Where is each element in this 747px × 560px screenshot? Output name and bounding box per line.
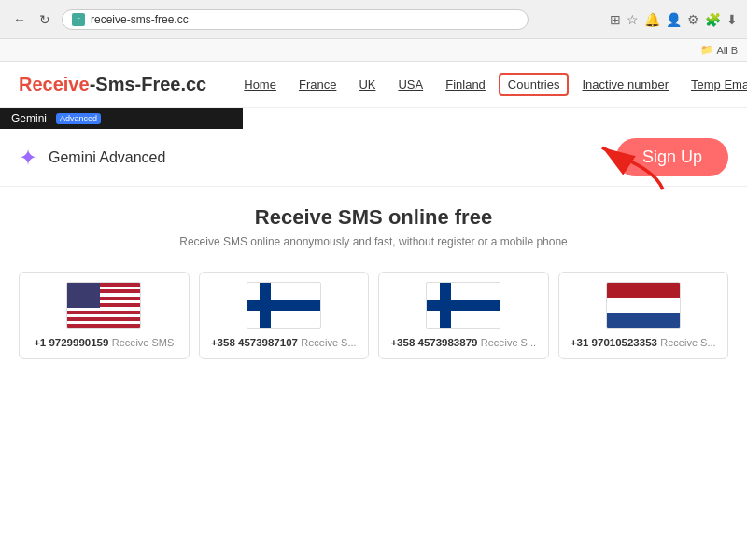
phone-number-nl: +31 97010523353 Receive S... bbox=[571, 336, 716, 349]
nav-france[interactable]: France bbox=[289, 73, 345, 96]
hero-subtitle: Receive SMS online anonymously and fast,… bbox=[19, 235, 728, 248]
logo-black: -Sms-Free.cc bbox=[90, 74, 207, 94]
nav-usa[interactable]: USA bbox=[388, 73, 432, 96]
browser-nav-buttons: ← ↻ bbox=[9, 10, 54, 29]
flag-fi-2 bbox=[426, 282, 500, 329]
bookmarks-folder[interactable]: 📁 All B bbox=[700, 44, 738, 56]
translate-icon[interactable]: ⊞ bbox=[610, 12, 621, 27]
profile-icon[interactable]: 👤 bbox=[666, 12, 682, 27]
url-text: receive-sms-free.cc bbox=[91, 13, 189, 26]
extension-icon[interactable]: 🧩 bbox=[705, 12, 721, 27]
download-icon[interactable]: ⬇ bbox=[726, 12, 738, 27]
hero-title: Receive SMS online free bbox=[19, 205, 728, 230]
favicon: r bbox=[72, 13, 85, 26]
gemini-tag: Advanced bbox=[56, 113, 101, 124]
phone-card-fi-2[interactable]: +358 4573983879 Receive S... bbox=[378, 272, 549, 359]
flag-nl bbox=[606, 282, 681, 329]
refresh-button[interactable]: ↻ bbox=[35, 10, 54, 29]
nav-finland[interactable]: Finland bbox=[436, 73, 495, 96]
gemini-ad: ✦ Gemini Advanced Sign Up bbox=[0, 129, 747, 187]
logo-red: Receive bbox=[19, 74, 90, 94]
phone-number-us: +1 9729990159 Receive SMS bbox=[34, 336, 174, 349]
phone-cards-container: +1 9729990159 Receive SMS +358 457398710… bbox=[0, 258, 747, 373]
site-logo: Receive-Sms-Free.cc bbox=[19, 74, 206, 95]
flag-fi-1 bbox=[247, 282, 321, 329]
phone-card-fi-1[interactable]: +358 4573987107 Receive S... bbox=[199, 272, 370, 359]
settings-icon[interactable]: ⚙ bbox=[687, 12, 699, 27]
gemini-ad-left: ✦ Gemini Advanced bbox=[19, 145, 165, 171]
nav-menu: Home France UK USA Finland Countries Ina… bbox=[234, 73, 747, 96]
gemini-brand-label: Gemini bbox=[11, 112, 47, 125]
gemini-star-icon: ✦ bbox=[19, 145, 37, 171]
flag-us bbox=[66, 282, 141, 329]
bell-icon[interactable]: 🔔 bbox=[644, 12, 660, 27]
nav-uk[interactable]: UK bbox=[349, 73, 385, 96]
site-header: Receive-Sms-Free.cc Home France UK USA F… bbox=[0, 62, 747, 108]
signup-button[interactable]: Sign Up bbox=[616, 138, 728, 176]
hero-section: Receive SMS online free Receive SMS onli… bbox=[0, 187, 747, 258]
browser-chrome: ← ↻ r receive-sms-free.cc ⊞ ☆ 🔔 👤 ⚙ 🧩 ⬇ bbox=[0, 0, 747, 39]
page-content: Receive-Sms-Free.cc Home France UK USA F… bbox=[0, 62, 747, 560]
phone-number-fi-1: +358 4573987107 Receive S... bbox=[211, 336, 357, 349]
nav-home[interactable]: Home bbox=[234, 73, 286, 96]
flag-us-canton bbox=[67, 283, 100, 308]
address-bar[interactable]: r receive-sms-free.cc bbox=[62, 9, 529, 30]
phone-number-fi-2: +358 4573983879 Receive S... bbox=[390, 336, 536, 349]
folder-icon: 📁 bbox=[700, 44, 713, 56]
gemini-banner: Gemini Advanced bbox=[0, 108, 243, 129]
phone-card-nl[interactable]: +31 97010523353 Receive S... bbox=[558, 272, 729, 359]
nav-countries[interactable]: Countries bbox=[499, 73, 570, 96]
back-button[interactable]: ← bbox=[9, 10, 30, 29]
nav-inactive-number[interactable]: Inactive number bbox=[572, 73, 678, 96]
nav-temp-email[interactable]: Temp Email bbox=[682, 73, 747, 96]
bookmark-icon[interactable]: ☆ bbox=[627, 12, 639, 27]
bookmarks-bar: 📁 All B bbox=[0, 39, 747, 62]
gemini-ad-text: Gemini Advanced bbox=[49, 149, 165, 166]
phone-card-us[interactable]: +1 9729990159 Receive SMS bbox=[19, 272, 190, 359]
browser-icons: ⊞ ☆ 🔔 👤 ⚙ 🧩 ⬇ bbox=[610, 12, 738, 27]
bookmarks-label: All B bbox=[716, 45, 738, 56]
